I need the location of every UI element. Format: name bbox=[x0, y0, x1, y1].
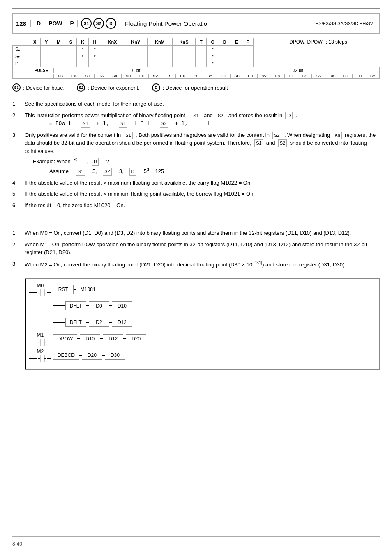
32bit-label: 32-bit bbox=[217, 68, 380, 73]
d-row: D * bbox=[13, 60, 380, 67]
d-label: D bbox=[33, 20, 44, 27]
s2-circle: S2 bbox=[93, 18, 104, 29]
s2-legend-icon: S2 bbox=[77, 83, 85, 92]
notes-list: 1. See the specifications of each model … bbox=[12, 100, 380, 213]
note-1: 1. See the specifications of each model … bbox=[12, 100, 380, 108]
s1-legend-text: : Device for base. bbox=[23, 85, 65, 91]
16bit-label: 16-bit bbox=[54, 68, 217, 73]
note-2: 2. This instruction performs power multi… bbox=[12, 111, 380, 128]
page-footer: 8-40 bbox=[12, 536, 380, 547]
debcd-instr: DEBCD D20 D30 bbox=[53, 351, 125, 360]
m1-label: M1 bbox=[37, 332, 44, 338]
page-number: 8-40 bbox=[12, 541, 22, 547]
program-notes-list: 1. When M0 = On, convert (D1, D0) and (D… bbox=[12, 229, 380, 272]
s1-circle: S1 bbox=[81, 18, 92, 29]
rst-instr: RST M1081 bbox=[53, 285, 100, 294]
m0-label: M0 bbox=[37, 283, 44, 289]
note-4: 4. If the absolute value of the result >… bbox=[12, 179, 380, 187]
dflt-d2-instr: DFLT D2 D12 bbox=[53, 318, 132, 327]
instruction-title: Floating Point Power Operation bbox=[120, 20, 313, 27]
legend-row: S1 : Device for base. S2 : Device for ex… bbox=[12, 83, 380, 92]
pulse-section: PULSE 16-bit 32-bit ES EX SS SA SX SC EH… bbox=[12, 67, 380, 79]
dpow-instr: DPOW D10 D12 D20 bbox=[53, 334, 146, 343]
d-legend: D : Device for operation result bbox=[152, 83, 228, 92]
ladder-row-dflt-d0: M0 ┤├ DFLT D0 D10 bbox=[28, 299, 373, 312]
d-legend-icon: D bbox=[152, 83, 160, 92]
s1-legend-icon: S1 bbox=[12, 83, 21, 92]
note-6: 6. If the result = 0, the zero flag M102… bbox=[12, 201, 380, 210]
s2-legend: S2 : Device for exponent. bbox=[77, 83, 139, 92]
m1-contact: ┤├ bbox=[38, 339, 46, 345]
prog-note-3: 3. When M2 = On, convert the binary floa… bbox=[12, 260, 380, 269]
d-circle: D bbox=[106, 18, 116, 29]
ladder-diagram: M0 ┤├ RST M1081 M0 ┤├ bbox=[25, 278, 380, 370]
header-box: 128 D POW P S1 S2 D Floating Point Power… bbox=[12, 13, 380, 34]
prog-note-2: 2. When M1= On, perform POW operation on… bbox=[12, 240, 380, 257]
pulse-label: PULSE bbox=[29, 68, 54, 73]
m2-contact: ┤├ bbox=[38, 355, 46, 362]
m2-label: M2 bbox=[37, 349, 44, 354]
s1-legend: S1 : Device for base. bbox=[12, 83, 65, 92]
command-label: POW bbox=[44, 20, 67, 27]
operand-circles: S1 S2 D bbox=[78, 18, 120, 29]
ladder-row-m2: M2 ┤├ DEBCD D20 D30 bbox=[28, 349, 373, 362]
s2-legend-text: : Device for exponent. bbox=[88, 85, 139, 91]
compatibility-badge: ES/EX/SS SA/SX/SC EH/SV bbox=[313, 19, 376, 28]
m0-contact: ┤├ bbox=[38, 289, 46, 296]
instruction-number: 128 bbox=[16, 20, 31, 27]
note-3: 3. Only positives are valid for the cont… bbox=[12, 131, 380, 176]
compat-header-row: X Y M S K H KnX KnY KnM KnS T C D E F DP… bbox=[13, 38, 380, 46]
ladder-row-m1: M1 ┤├ DPOW D10 D12 D20 bbox=[28, 332, 373, 345]
steps-label: DPOW, DPOWP: 13 steps bbox=[253, 38, 379, 46]
ladder-row-m0: M0 ┤├ RST M1081 bbox=[28, 283, 373, 296]
d-legend-text: : Device for operation result bbox=[163, 85, 228, 91]
dflt-d0-instr: DFLT D0 D10 bbox=[53, 301, 132, 310]
s1-row: S₁ ** * bbox=[13, 46, 380, 53]
ladder-row-dflt-d2: M0 ┤├ DFLT D2 D12 bbox=[28, 316, 373, 329]
note-5: 5. If the absolute value of the result <… bbox=[12, 190, 380, 198]
prog-note-1: 1. When M0 = On, convert (D1, D0) and (D… bbox=[12, 229, 380, 237]
compatibility-table: X Y M S K H KnX KnY KnM KnS T C D E F DP… bbox=[12, 38, 380, 79]
top-border bbox=[12, 8, 380, 9]
s2-row: S₂ ** * bbox=[13, 53, 380, 60]
p-label: P bbox=[67, 20, 78, 27]
